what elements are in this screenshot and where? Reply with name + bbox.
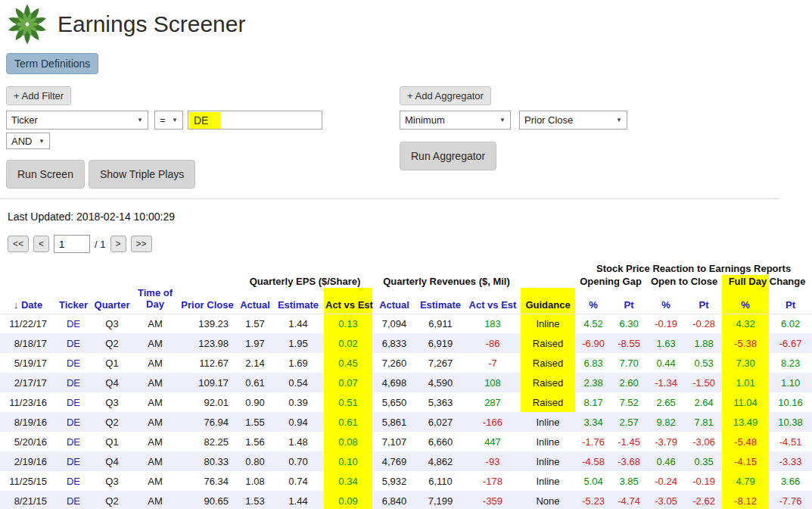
cell-rev_actual: 6,840: [372, 491, 416, 509]
cell-quarter: Q3: [91, 471, 133, 491]
cell-time: AM: [133, 373, 177, 392]
cell-oc_pct: 1.63: [646, 333, 686, 353]
col-header-date[interactable]: ↓ Date: [0, 288, 56, 314]
col-header-quarter[interactable]: Quarter: [91, 288, 133, 314]
cell-gap_pct: -6.90: [575, 333, 611, 353]
cell-fd_pct: -5.38: [722, 333, 769, 353]
cell-eps_estimate: 1.44: [272, 314, 324, 333]
run-screen-button[interactable]: Run Screen: [6, 160, 85, 189]
add-filter-button[interactable]: + Add Filter: [6, 86, 71, 105]
cell-oc_pct: -3.79: [646, 432, 686, 451]
cell-guidance: Raised: [521, 392, 575, 412]
cell-prior_close: 76.34: [177, 471, 238, 491]
cell-eps_actual: 0.61: [238, 373, 272, 392]
cell-eps_act_vs_est: 0.10: [324, 451, 372, 471]
filter-operator-value: =: [160, 114, 166, 126]
page-first-button[interactable]: <<: [8, 236, 29, 252]
col-header-oc_pt[interactable]: Pt: [686, 288, 722, 314]
filter-value-text: DE: [189, 112, 220, 129]
run-aggregator-button[interactable]: Run Aggregator: [400, 142, 496, 170]
term-definitions-button[interactable]: Term Definitions: [6, 53, 98, 74]
cell-eps_actual: 1.55: [238, 412, 272, 432]
col-header-gap_pct[interactable]: %: [575, 288, 611, 314]
col-header-gap_pt[interactable]: Pt: [611, 288, 646, 314]
cell-eps_actual: 0.90: [238, 392, 272, 412]
col-header-oc_pct[interactable]: %: [646, 288, 686, 314]
col-header-eps_act_vs_est[interactable]: Act vs Est: [324, 288, 372, 314]
cell-rev_estimate: 6,027: [416, 412, 465, 432]
header-spacer: [521, 275, 575, 288]
cell-fd_pct: 7.30: [722, 353, 769, 373]
col-header-guidance[interactable]: Guidance: [521, 288, 575, 314]
col-header-rev_estimate[interactable]: Estimate: [416, 288, 465, 314]
col-header-ticker[interactable]: Ticker: [56, 288, 91, 314]
cell-ticker[interactable]: DE: [56, 412, 91, 432]
col-header-rev_actual[interactable]: Actual: [372, 288, 416, 314]
aggregator-field-value: Prior Close: [524, 114, 573, 126]
cell-ticker[interactable]: DE: [56, 432, 91, 451]
cell-fd_pt: -4.51: [769, 432, 812, 451]
cell-ticker[interactable]: DE: [56, 491, 91, 509]
cell-date: 2/17/17: [0, 373, 56, 392]
cell-fd_pt: -7.76: [769, 491, 812, 509]
col-header-time[interactable]: Time of Day: [133, 288, 177, 314]
cell-fd_pct: -8.12: [722, 491, 769, 509]
cell-rev_estimate: 7,199: [416, 491, 465, 509]
cell-oc_pct: -1.34: [646, 373, 686, 392]
cell-ticker[interactable]: DE: [56, 353, 91, 373]
cell-ticker[interactable]: DE: [56, 314, 91, 333]
cell-guidance: Raised: [521, 353, 575, 373]
show-triple-plays-button[interactable]: Show Triple Plays: [89, 160, 195, 189]
cell-gap_pct: 5.04: [575, 471, 611, 491]
table-row: 11/25/15DEQ3AM76.341.080.740.345,9326,11…: [0, 471, 812, 491]
add-aggregator-button[interactable]: + Add Aggregator: [400, 86, 491, 105]
pagination: << < / 1 > >>: [8, 235, 152, 253]
cell-date: 2/19/16: [0, 451, 56, 471]
col-header-fd_pct[interactable]: %: [722, 288, 769, 314]
col-header-prior_close[interactable]: Prior Close: [177, 288, 238, 314]
cell-eps_act_vs_est: 0.61: [324, 412, 372, 432]
cell-ticker[interactable]: DE: [56, 333, 91, 353]
cell-eps_actual: 0.80: [238, 451, 272, 471]
cell-rev_actual: 4,698: [372, 373, 416, 392]
col-header-rev_act_vs_est[interactable]: Act vs Est: [465, 288, 521, 314]
cell-oc_pt: -1.50: [686, 373, 722, 392]
chevron-down-icon: ▼: [39, 138, 45, 145]
cell-rev_actual: 5,861: [372, 412, 416, 432]
cell-ticker[interactable]: DE: [56, 373, 91, 392]
cell-date: 11/22/17: [0, 314, 56, 333]
cell-rev_act_vs_est: -359: [465, 491, 521, 509]
cell-eps_actual: 1.08: [238, 471, 272, 491]
cell-oc_pt: -0.19: [686, 471, 722, 491]
cell-prior_close: 76.94: [177, 412, 238, 432]
filter-field-select[interactable]: Ticker ▼: [6, 111, 148, 130]
cell-rev_estimate: 6,660: [416, 432, 465, 451]
cell-eps_estimate: 0.94: [272, 412, 324, 432]
cell-prior_close: 109.17: [177, 373, 238, 392]
cell-prior_close: 80.33: [177, 451, 238, 471]
aggregator-function-select[interactable]: Minimum ▼: [400, 111, 511, 130]
cell-ticker[interactable]: DE: [56, 451, 91, 471]
cell-ticker[interactable]: DE: [56, 392, 91, 412]
cell-time: AM: [133, 451, 177, 471]
aggregator-field-select[interactable]: Prior Close ▼: [519, 111, 627, 130]
filter-conjunction-select[interactable]: AND ▼: [6, 133, 50, 149]
col-header-eps_estimate[interactable]: Estimate: [272, 288, 324, 314]
page-number-input[interactable]: [54, 235, 90, 253]
cell-oc_pct: 9.82: [646, 412, 686, 432]
col-header-eps_actual[interactable]: Actual: [238, 288, 272, 314]
cell-fd_pct: 13.49: [722, 412, 769, 432]
page-next-button[interactable]: >: [110, 236, 126, 252]
cell-fd_pt: 3.66: [769, 471, 812, 491]
cell-eps_actual: 1.53: [238, 491, 272, 509]
page-prev-button[interactable]: <: [33, 236, 49, 252]
col-header-fd_pt[interactable]: Pt: [769, 288, 812, 314]
filter-operator-select[interactable]: = ▼: [154, 111, 183, 130]
chevron-down-icon: ▼: [499, 117, 506, 123]
cell-oc_pct: 0.46: [646, 451, 686, 471]
cell-oc_pt: -3.06: [686, 432, 722, 451]
cell-oc_pt: -2.62: [686, 491, 722, 509]
filter-value-input[interactable]: DE: [188, 111, 322, 130]
cell-ticker[interactable]: DE: [56, 471, 91, 491]
page-last-button[interactable]: >>: [131, 236, 152, 252]
